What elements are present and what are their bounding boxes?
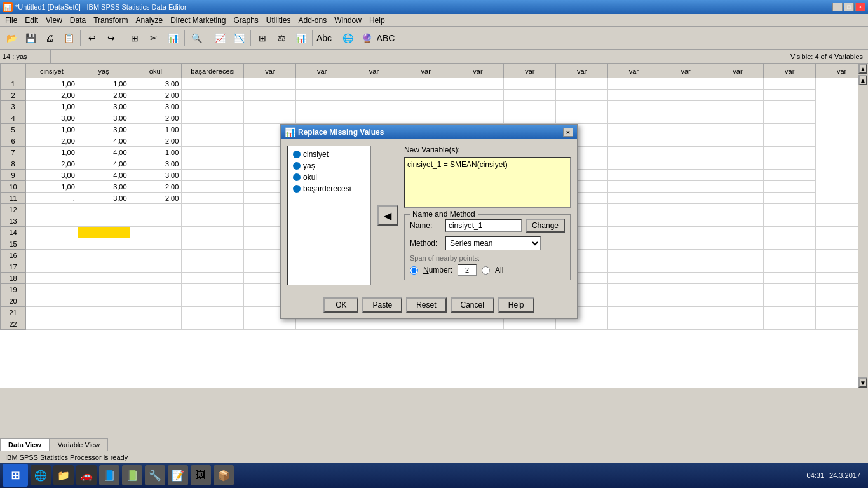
paste-button[interactable]: Paste bbox=[362, 297, 402, 313]
cell[interactable]: 3,00 bbox=[130, 170, 182, 181]
cell[interactable] bbox=[764, 227, 816, 238]
cell[interactable] bbox=[452, 318, 504, 330]
cell[interactable] bbox=[607, 261, 660, 273]
cell[interactable] bbox=[400, 112, 452, 124]
open-button[interactable]: 📂 bbox=[3, 29, 20, 47]
cell[interactable] bbox=[26, 261, 78, 273]
cell[interactable] bbox=[712, 204, 764, 215]
cell[interactable] bbox=[607, 101, 660, 112]
col-header-var10[interactable]: var bbox=[712, 64, 764, 78]
find-button[interactable]: 🔍 bbox=[187, 29, 205, 47]
cell[interactable] bbox=[764, 318, 816, 330]
cell[interactable]: 3,00 bbox=[130, 101, 182, 112]
help2-button[interactable]: 🔮 bbox=[358, 29, 376, 47]
cell[interactable] bbox=[130, 284, 182, 295]
modal-close-button[interactable]: × bbox=[563, 128, 573, 137]
cell[interactable] bbox=[244, 90, 296, 101]
cell[interactable] bbox=[348, 90, 400, 101]
col-header-var9[interactable]: var bbox=[660, 64, 712, 78]
cell[interactable] bbox=[504, 90, 556, 101]
cell[interactable] bbox=[452, 78, 504, 90]
menu-direct-marketing[interactable]: Direct Marketing bbox=[166, 14, 229, 26]
col-header-var6[interactable]: var bbox=[504, 64, 556, 78]
menu-transform[interactable]: Transform bbox=[90, 14, 132, 26]
cell[interactable] bbox=[607, 238, 660, 250]
col-header-yas[interactable]: yaş bbox=[78, 64, 130, 78]
cell[interactable] bbox=[78, 215, 130, 227]
cell[interactable]: 3,00 bbox=[130, 158, 182, 170]
cell[interactable] bbox=[400, 318, 452, 330]
cell[interactable] bbox=[130, 250, 182, 261]
taskbar-folder[interactable]: 📁 bbox=[53, 465, 74, 485]
col-header-var2[interactable]: var bbox=[296, 64, 348, 78]
chart2-button[interactable]: 📉 bbox=[230, 29, 248, 47]
cell[interactable] bbox=[607, 124, 660, 135]
cell[interactable] bbox=[607, 90, 660, 101]
col-header-basarderecesi[interactable]: başarderecesi bbox=[182, 64, 244, 78]
cell[interactable] bbox=[182, 227, 244, 238]
menu-file[interactable]: File bbox=[1, 14, 21, 26]
cell[interactable] bbox=[607, 204, 660, 215]
cell[interactable] bbox=[182, 273, 244, 284]
var-label-button[interactable]: Abc bbox=[315, 29, 333, 47]
menu-help[interactable]: Help bbox=[365, 14, 389, 26]
cell[interactable] bbox=[452, 101, 504, 112]
cell[interactable] bbox=[712, 238, 764, 250]
cell[interactable] bbox=[660, 295, 712, 307]
cell[interactable] bbox=[182, 135, 244, 147]
cell[interactable] bbox=[660, 181, 712, 193]
taskbar-app6[interactable]: 🖼 bbox=[191, 465, 211, 485]
cell[interactable]: 2,00 bbox=[26, 90, 78, 101]
cell[interactable] bbox=[712, 147, 764, 158]
cell[interactable] bbox=[182, 318, 244, 330]
menu-view[interactable]: View bbox=[42, 14, 66, 26]
cell[interactable] bbox=[182, 284, 244, 295]
cell[interactable] bbox=[182, 193, 244, 204]
all-radio[interactable] bbox=[482, 266, 490, 274]
cell[interactable] bbox=[78, 318, 130, 330]
reset-button[interactable]: Reset bbox=[406, 297, 446, 313]
menu-analyze[interactable]: Analyze bbox=[132, 14, 166, 26]
tab-variable-view[interactable]: Variable View bbox=[50, 438, 108, 451]
cell[interactable] bbox=[712, 101, 764, 112]
cell[interactable] bbox=[78, 250, 130, 261]
help-button[interactable]: Help bbox=[498, 297, 534, 313]
cell[interactable] bbox=[130, 215, 182, 227]
col-header-cinsiyet[interactable]: cinsiyet bbox=[26, 64, 78, 78]
cell[interactable] bbox=[78, 204, 130, 215]
cell[interactable] bbox=[712, 273, 764, 284]
cell[interactable] bbox=[182, 215, 244, 227]
cell[interactable] bbox=[244, 112, 296, 124]
cell[interactable] bbox=[26, 227, 78, 238]
cell[interactable] bbox=[764, 147, 816, 158]
cell[interactable] bbox=[764, 238, 816, 250]
name-input[interactable] bbox=[445, 219, 522, 232]
cell[interactable]: . bbox=[26, 193, 78, 204]
cell[interactable]: 1,00 bbox=[26, 147, 78, 158]
cell[interactable] bbox=[400, 101, 452, 112]
cell[interactable] bbox=[660, 227, 712, 238]
cell[interactable] bbox=[504, 101, 556, 112]
cell[interactable] bbox=[182, 170, 244, 181]
cell[interactable] bbox=[607, 193, 660, 204]
taskbar-app4[interactable]: 🔧 bbox=[145, 465, 165, 485]
cell[interactable] bbox=[296, 318, 348, 330]
cell[interactable] bbox=[78, 227, 130, 238]
cell[interactable] bbox=[130, 295, 182, 307]
cell[interactable] bbox=[244, 318, 296, 330]
cell[interactable] bbox=[764, 78, 816, 90]
insert-var-button[interactable]: 📊 bbox=[164, 29, 182, 47]
table-button[interactable]: ⊞ bbox=[254, 29, 271, 47]
ok-button[interactable]: OK bbox=[323, 297, 358, 313]
cell[interactable] bbox=[78, 307, 130, 318]
cell[interactable] bbox=[130, 238, 182, 250]
taskbar-chrome[interactable]: 🌐 bbox=[31, 465, 51, 485]
col-header-var7[interactable]: var bbox=[556, 64, 608, 78]
cell[interactable] bbox=[556, 78, 608, 90]
cell[interactable] bbox=[607, 215, 660, 227]
cell[interactable]: 3,00 bbox=[78, 101, 130, 112]
cell[interactable] bbox=[78, 295, 130, 307]
cell[interactable]: 2,00 bbox=[130, 193, 182, 204]
cell[interactable] bbox=[660, 204, 712, 215]
cell[interactable] bbox=[130, 261, 182, 273]
